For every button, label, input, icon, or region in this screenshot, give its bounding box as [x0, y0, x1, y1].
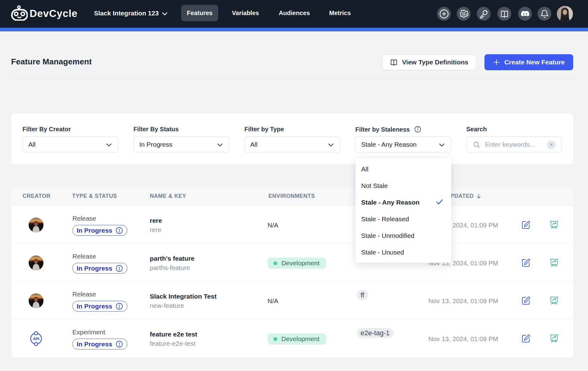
- svg-text:API: API: [33, 337, 39, 341]
